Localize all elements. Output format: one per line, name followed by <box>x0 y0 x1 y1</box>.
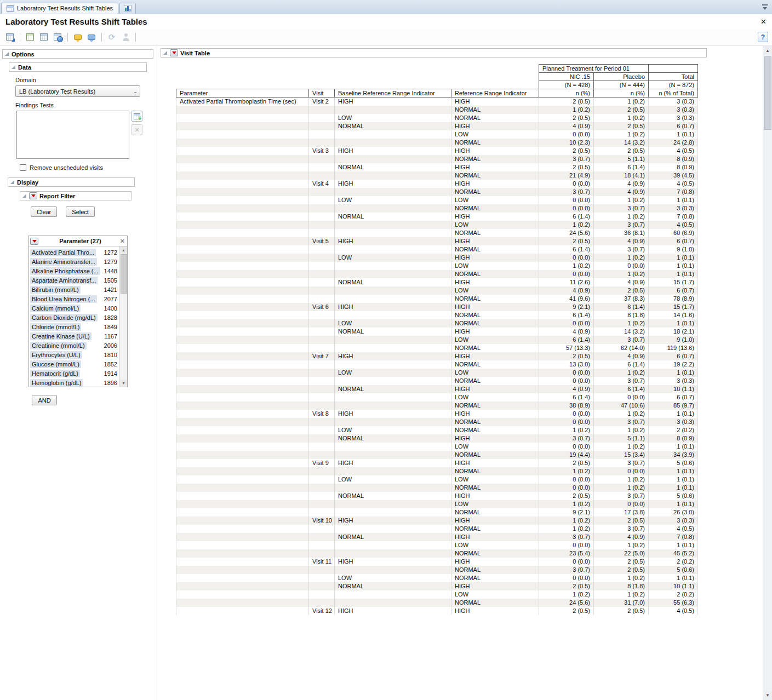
scroll-down-icon[interactable]: ▼ <box>763 691 772 700</box>
parameter-filter-item[interactable]: Activated Partial Thro...1272 <box>30 248 118 257</box>
report-layout-icon[interactable] <box>38 31 50 43</box>
parameter-filter-item-label[interactable]: Creatine Kinase (U/L) <box>30 332 92 340</box>
parameter-filter-item-label[interactable]: Alanine Aminotransfer... <box>30 258 97 266</box>
parameter-filter-item[interactable]: Calcium (mmol/L)1400 <box>30 303 118 313</box>
rerun-icon[interactable] <box>106 31 118 43</box>
disclosure-icon[interactable] <box>10 180 14 184</box>
select-button[interactable]: Select <box>66 206 95 217</box>
table-cell: 5 (0.6) <box>649 459 698 467</box>
table-cell: 2 (0.2) <box>649 590 698 599</box>
domain-select[interactable]: LB (Laboratory Test Results) ⌄ <box>15 85 140 97</box>
parameter-filter-item-label[interactable]: Blood Urea Nitrogen (... <box>30 295 97 303</box>
parameter-filter-item[interactable]: Carbon Dioxide (mg/dL)1828 <box>30 313 118 322</box>
parameter-filter-item-label[interactable]: Activated Partial Thro... <box>30 249 96 256</box>
scrollbar-thumb[interactable] <box>121 254 127 294</box>
table-cell: 17 (3.8) <box>594 508 649 517</box>
parameter-filter-item-label[interactable]: Alkaline Phosphatase (... <box>30 267 100 275</box>
and-button[interactable]: AND <box>32 395 57 405</box>
table-cell: 15 (3.4) <box>594 451 649 459</box>
parameter-list-scrollbar[interactable]: ▲▼ <box>119 246 127 387</box>
parameter-filter-item-label[interactable]: Hematocrit (g/dL) <box>30 370 80 377</box>
parameter-filter-item-label[interactable]: Carbon Dioxide (mg/dL) <box>30 314 98 322</box>
report-filter-header[interactable]: Report Filter <box>20 191 131 200</box>
table-cell: NORMAL <box>451 270 539 278</box>
vertical-scrollbar[interactable]: ▲ ▼ <box>763 46 772 700</box>
table-cell: 4 (0.5) <box>649 180 698 188</box>
parameter-filter-item[interactable]: Bilirubin (mmol/L)1421 <box>30 285 118 294</box>
parameter-filter-item[interactable]: Erythrocytes (U/L)1810 <box>30 350 118 359</box>
disclosure-icon[interactable] <box>12 65 15 69</box>
tab-shift-tables[interactable]: Laboratory Test Results Shift Tables <box>1 3 118 14</box>
table-cell <box>335 344 451 352</box>
parameter-filter-item-count: 1828 <box>104 314 118 321</box>
window-list-menu-icon[interactable] <box>761 4 769 10</box>
table-cell: Visit 4 <box>309 180 335 188</box>
parameter-filter-item[interactable]: Aspartate Aminotransf...1505 <box>30 276 118 285</box>
close-icon[interactable]: ✕ <box>760 18 767 26</box>
parameter-filter-item-label[interactable]: Erythrocytes (U/L) <box>30 351 82 359</box>
remove-unscheduled-checkbox-row[interactable]: Remove unscheduled visits <box>20 164 157 171</box>
red-triangle-menu-icon[interactable] <box>170 49 178 56</box>
parameter-filter-item-label[interactable]: Chloride (mmol/L) <box>30 323 81 331</box>
table-cell: 0 (0.0) <box>539 130 594 139</box>
parameter-filter-item-label[interactable]: Calcium (mmol/L) <box>30 305 81 312</box>
display-section-header[interactable]: Display <box>8 177 135 187</box>
parameter-filter-item[interactable]: Creatine Kinase (U/L)1167 <box>30 331 118 341</box>
table-cell <box>176 221 309 229</box>
parameter-filter-item[interactable]: Creatinine (mmol/L)2006 <box>30 341 118 350</box>
parameter-filter-item[interactable]: Chloride (mmol/L)1849 <box>30 322 118 331</box>
review-notes-icon[interactable] <box>85 31 98 43</box>
table-cell: NORMAL <box>451 360 539 369</box>
open-data-table-icon[interactable] <box>4 31 16 43</box>
visit-table-header[interactable]: Visit Table <box>161 48 707 58</box>
remove-unscheduled-checkbox[interactable] <box>20 164 26 171</box>
disclosure-icon[interactable] <box>163 51 167 55</box>
remove-tests-button[interactable]: ✕ <box>131 124 142 135</box>
table-cell <box>309 270 335 278</box>
table-cell: LOW <box>335 574 451 582</box>
table-cell: NORMAL <box>451 319 539 328</box>
parameter-filter-item-label[interactable]: Bilirubin (mmol/L) <box>30 286 81 294</box>
findings-tests-listbox[interactable] <box>16 111 129 159</box>
parameter-filter-item[interactable]: Blood Urea Nitrogen (...2077 <box>30 294 118 303</box>
parameter-filter-item-label[interactable]: Creatinine (mmol/L) <box>30 342 87 349</box>
data-table-globe-icon[interactable] <box>52 31 64 43</box>
scroll-up-icon[interactable]: ▲ <box>120 246 127 254</box>
parameter-filter-item[interactable]: Hematocrit (g/dL)1914 <box>30 369 118 378</box>
table-cell <box>176 130 309 139</box>
data-section-header[interactable]: Data <box>9 62 147 72</box>
parameter-filter-item[interactable]: Glucose (mmol/L)1852 <box>30 359 118 369</box>
table-cell: HIGH <box>451 278 539 286</box>
close-icon[interactable]: ✕ <box>120 238 125 245</box>
parameter-filter-item[interactable]: Alkaline Phosphatase (...1448 <box>30 266 118 276</box>
tab-chart[interactable] <box>119 3 136 14</box>
journal-icon[interactable] <box>24 31 36 43</box>
profile-icon[interactable] <box>119 31 131 43</box>
red-triangle-menu-icon[interactable] <box>30 238 38 245</box>
table-cell <box>335 443 451 451</box>
table-cell <box>309 377 335 385</box>
add-tests-button[interactable] <box>131 111 142 122</box>
clear-button[interactable]: Clear <box>31 206 57 217</box>
add-note-icon[interactable] <box>72 31 84 43</box>
disclosure-icon[interactable] <box>22 194 26 198</box>
disclosure-icon[interactable] <box>5 52 9 56</box>
table-row: NORMAL0 (0.0)3 (0.7)3 (0.3) <box>176 204 698 213</box>
table-plus-icon <box>134 113 140 119</box>
scroll-down-icon[interactable]: ▼ <box>120 380 127 387</box>
parameter-filter-item[interactable]: Alanine Aminotransfer...1279 <box>30 257 118 266</box>
scroll-up-icon[interactable]: ▲ <box>763 46 772 55</box>
scrollbar-thumb[interactable] <box>764 56 771 130</box>
parameter-filter-item-label[interactable]: Hemoglobin (g/dL) <box>30 379 83 387</box>
table-cell <box>335 467 451 475</box>
table-cell: NORMAL <box>451 114 539 122</box>
treatment-group-header: Planned Treatment for Period 01 <box>539 65 649 73</box>
table-row: LOW4 (0.9)2 (0.5)6 (0.7) <box>176 286 698 295</box>
help-button[interactable]: ? <box>758 32 768 42</box>
table-row: NORMAL13 (3.0)6 (1.4)19 (2.2) <box>176 360 698 369</box>
options-header[interactable]: Options <box>2 49 153 59</box>
parameter-filter-item[interactable]: Hemoglobin (g/dL)1896 <box>30 378 118 387</box>
parameter-filter-item-label[interactable]: Glucose (mmol/L) <box>30 360 81 368</box>
red-triangle-menu-icon[interactable] <box>29 192 37 199</box>
parameter-filter-item-label[interactable]: Aspartate Aminotransf... <box>30 277 98 284</box>
